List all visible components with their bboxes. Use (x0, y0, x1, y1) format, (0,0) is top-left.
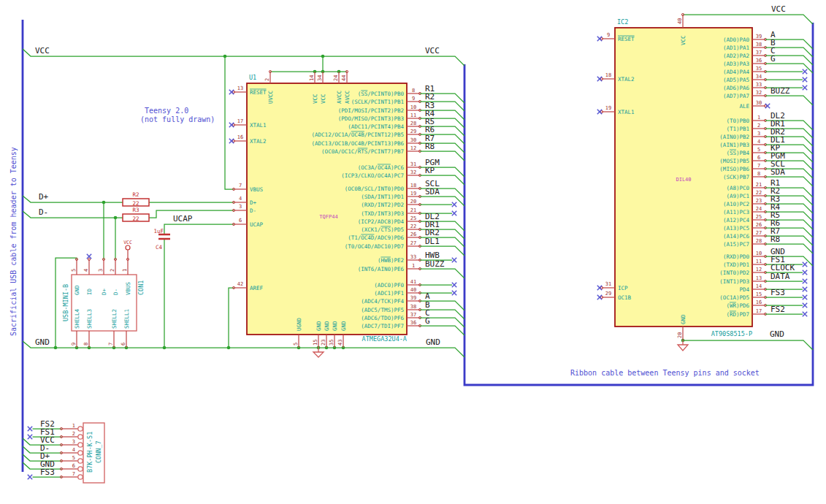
net-label-FS3[interactable]: FS3 (40, 467, 55, 477)
net-label-VCC[interactable]: VCC (771, 4, 786, 14)
net-label-FS2[interactable]: FS2 (770, 305, 785, 314)
net-label-G[interactable]: G (770, 54, 776, 64)
net-label-GND[interactable]: GND (426, 337, 440, 347)
no-connect-icon[interactable] (229, 123, 234, 127)
no-connect-icon[interactable] (803, 262, 807, 267)
pin-number: 16 (237, 134, 243, 140)
pin-name: (T1/OC4D/ADC9)PD6 (348, 234, 404, 241)
pin-number: 1 (757, 115, 760, 121)
no-connect-icon[interactable] (803, 287, 807, 291)
no-connect-icon[interactable] (803, 270, 807, 275)
net-label-VCC[interactable]: VCC (425, 46, 440, 56)
no-connect-icon[interactable] (229, 90, 234, 94)
no-connect-icon[interactable] (597, 286, 602, 290)
no-connect-icon[interactable] (28, 475, 32, 479)
wire[interactable] (420, 326, 464, 335)
net-label-UCAP[interactable]: UCAP (173, 214, 193, 224)
net-label-SDA[interactable]: SDA (770, 167, 785, 177)
component-ref-conn7[interactable]: CONN_7 (95, 440, 102, 463)
no-connect-icon[interactable] (803, 85, 807, 90)
no-connect-icon[interactable] (597, 295, 602, 299)
no-connect-icon[interactable] (597, 77, 602, 81)
wire[interactable] (683, 340, 813, 350)
pin-name: UCAP (250, 221, 264, 228)
wire[interactable] (23, 196, 123, 202)
net-label-D-[interactable]: D- (39, 207, 48, 217)
net-label-BUZZ[interactable]: BUZZ (425, 259, 445, 269)
net-label-DL1[interactable]: DL1 (425, 237, 440, 246)
no-connect-icon[interactable] (452, 258, 456, 262)
wire[interactable] (765, 96, 813, 105)
net-label-R8[interactable]: R8 (425, 142, 435, 151)
no-connect-icon[interactable] (28, 435, 32, 439)
pin-number: 3 (98, 269, 104, 272)
no-connect-icon[interactable] (803, 295, 807, 299)
component-value-u1[interactable]: ATMEGA32U4-A (362, 335, 407, 343)
pin-number: 15 (756, 291, 762, 297)
net-label-G[interactable]: G (425, 316, 430, 326)
net-label-KP[interactable]: KP (425, 166, 435, 175)
no-connect-icon[interactable] (452, 283, 456, 287)
net-label-VCC[interactable]: VCC (35, 46, 50, 56)
component-ref-con1[interactable]: CON1 (137, 280, 145, 295)
no-connect-icon[interactable] (597, 110, 602, 114)
no-connect-icon[interactable] (803, 303, 807, 308)
wire[interactable] (683, 15, 813, 24)
wire[interactable] (420, 269, 464, 278)
wire[interactable] (23, 49, 464, 66)
pin-number: 8 (757, 171, 760, 177)
pin-name: (INT0)PD2 (719, 270, 749, 276)
net-label-D+[interactable]: D+ (39, 192, 49, 202)
gnd-symbol[interactable] (678, 340, 688, 351)
pin-name: (A14)PC6 (723, 233, 750, 240)
no-connect-icon[interactable] (765, 104, 770, 108)
net-label-SDA[interactable]: SDA (425, 187, 440, 196)
pin-number: 4 (83, 269, 89, 272)
junction-dot (114, 216, 118, 220)
component-value-r3[interactable]: 22 (132, 215, 139, 222)
no-connect-icon[interactable] (28, 427, 32, 431)
component-ref-u1[interactable]: U1 (249, 74, 256, 81)
component-value-c4[interactable]: 1uF (153, 228, 164, 234)
junction-dot (54, 346, 58, 350)
c4-capacitor[interactable] (158, 234, 170, 239)
no-connect-icon[interactable] (803, 279, 807, 283)
wire[interactable] (23, 211, 123, 218)
junction-dot (102, 201, 106, 205)
component-ref-r3[interactable]: R3 (132, 207, 139, 213)
vcc-power-symbol[interactable] (126, 245, 130, 250)
pin-number: 25 (756, 214, 762, 220)
junction-dot (163, 346, 167, 350)
no-connect-icon[interactable] (803, 69, 807, 74)
net-label-GND[interactable]: GND (35, 337, 50, 347)
component-ref-r2[interactable]: R2 (132, 191, 139, 198)
component-ref-ic2[interactable]: IC2 (617, 18, 628, 26)
pin-number: 31 (410, 161, 416, 167)
component-value-con1[interactable]: USB-MINI-B (62, 284, 69, 321)
pin-name: D+ (101, 288, 107, 295)
component-value-ic2[interactable]: AT90S8515-P (711, 330, 752, 337)
component-value-r2[interactable]: 22 (132, 200, 139, 207)
wire[interactable] (229, 288, 234, 348)
net-label-FS3[interactable]: FS3 (770, 288, 785, 297)
component-value-conn7[interactable]: B7K-PH-K-S1 (86, 432, 93, 473)
pin-name: (AD4)PA4 (723, 69, 750, 75)
pin-name: (HWB)PE2 (378, 257, 404, 264)
pin-number: 30 (410, 137, 416, 143)
no-connect-icon[interactable] (452, 211, 456, 215)
net-label-GND[interactable]: GND (770, 329, 784, 339)
junction-dot (223, 55, 227, 58)
gnd-symbol[interactable] (313, 348, 324, 357)
wire[interactable] (164, 224, 234, 234)
no-connect-icon[interactable] (803, 312, 807, 316)
net-label-BUZZ[interactable]: BUZZ (770, 86, 790, 96)
component-ref-c4[interactable]: C4 (156, 244, 163, 251)
net-label-R8[interactable]: R8 (770, 234, 780, 244)
schematic-canvas[interactable]: U1ATMEGA32U4-ATQFP448(SS/PCINT0)PB0R19(S… (0, 0, 826, 504)
no-connect-icon[interactable] (229, 139, 234, 143)
no-connect-icon[interactable] (803, 77, 807, 82)
net-label-DATA[interactable]: DATA (770, 272, 790, 281)
no-connect-icon[interactable] (452, 202, 456, 207)
no-connect-icon[interactable] (597, 37, 602, 41)
no-connect-icon[interactable] (452, 291, 456, 295)
